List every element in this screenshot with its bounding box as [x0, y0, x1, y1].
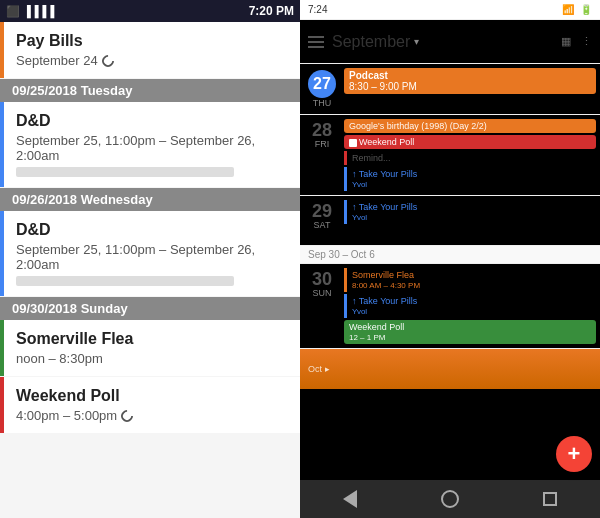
- event-somerville[interactable]: Somerville Flea noon – 8:30pm: [0, 320, 300, 376]
- day-label-28: 28 Fri: [300, 115, 344, 195]
- sync-icon: [99, 52, 116, 69]
- sync-icon-2: [119, 407, 136, 424]
- day-name-thu: Thu: [313, 98, 332, 108]
- calendar-view-icon[interactable]: ▦: [561, 35, 571, 48]
- event-weekend-poll-30[interactable]: Weekend Poll12 – 1 PM: [344, 320, 596, 344]
- day-row-29: 29 Sat ↑ Take Your PillsYvol: [300, 196, 600, 246]
- recent-icon: [543, 492, 557, 506]
- day-events-30: Somerville Flea8:00 AM – 4:30 PM ↑ Take …: [344, 264, 600, 348]
- date-header-tuesday: 09/25/2018 Tuesday: [0, 79, 300, 102]
- event-title-somerville: Somerville Flea: [16, 330, 288, 348]
- event-take-pills-28[interactable]: ↑ Take Your PillsYvol: [344, 167, 596, 191]
- event-take-pills-30[interactable]: ↑ Take Your PillsYvol: [344, 294, 596, 318]
- event-time-pay-bills: September 24: [16, 53, 288, 68]
- day-name-fri: Fri: [315, 139, 330, 149]
- day-num-30: 30: [312, 270, 332, 288]
- day-num-27: 27: [308, 70, 336, 98]
- event-weekend-poll-cal[interactable]: Weekend Poll: [344, 135, 596, 149]
- left-panel: ⬛ ▐▐▐▐ 7:20 PM Pay Bills September 24 09…: [0, 0, 300, 518]
- event-time-dd2: September 25, 11:00pm – September 26, 2:…: [16, 242, 288, 272]
- right-status-icons: 📶 🔋: [562, 4, 592, 15]
- nav-recent-button[interactable]: [540, 489, 560, 509]
- bottom-navigation: [300, 480, 600, 518]
- bottom-preview-strip: Oct ▸: [300, 349, 600, 389]
- month-title[interactable]: September ▾: [332, 33, 553, 51]
- usb-icon: ⬛: [6, 5, 20, 18]
- nav-home-button[interactable]: [440, 489, 460, 509]
- day-num-28: 28: [312, 121, 332, 139]
- day-label-27: 27 Thu: [300, 64, 344, 114]
- event-time-dd1: September 25, 11:00pm – September 26, 2:…: [16, 133, 288, 163]
- left-calendar-list[interactable]: Pay Bills September 24 09/25/2018 Tuesda…: [0, 22, 300, 518]
- event-title-pay-bills: Pay Bills: [16, 32, 288, 50]
- day-row-28: 28 Fri Google's birthday (1998) (Day 2/2…: [300, 115, 600, 196]
- event-googles-birthday[interactable]: Google's birthday (1998) (Day 2/2): [344, 119, 596, 133]
- event-dd-1[interactable]: D&D September 25, 11:00pm – September 26…: [0, 102, 300, 187]
- event-somerville-flea-cal[interactable]: Somerville Flea8:00 AM – 4:30 PM: [344, 268, 596, 292]
- right-calendar-header: September ▾ ▦ ⋮: [300, 20, 600, 64]
- event-dd-2[interactable]: D&D September 25, 11:00pm – September 26…: [0, 211, 300, 296]
- day-num-29: 29: [312, 202, 332, 220]
- battery-icon: 🔋: [580, 4, 592, 15]
- event-meta-dd2: [16, 276, 234, 286]
- day-events-27: Podcast8:30 – 9:00 PM: [344, 64, 600, 114]
- preview-text: Oct ▸: [308, 364, 330, 374]
- header-action-icons: ▦ ⋮: [561, 35, 592, 48]
- day-name-sun: Sun: [312, 288, 331, 298]
- right-status-bar: 7:24 📶 🔋: [300, 0, 600, 20]
- day-label-30: 30 Sun: [300, 264, 344, 348]
- fab-add-event[interactable]: +: [556, 436, 592, 472]
- event-title-dd2: D&D: [16, 221, 288, 239]
- day-events-29: ↑ Take Your PillsYvol: [344, 196, 600, 245]
- event-take-pills-29[interactable]: ↑ Take Your PillsYvol: [344, 200, 596, 224]
- nav-back-button[interactable]: [340, 489, 360, 509]
- event-pay-bills[interactable]: Pay Bills September 24: [0, 22, 300, 78]
- day-row-27: 27 Thu Podcast8:30 – 9:00 PM: [300, 64, 600, 115]
- event-podcast[interactable]: Podcast8:30 – 9:00 PM: [344, 68, 596, 94]
- calendar-grid[interactable]: 27 Thu Podcast8:30 – 9:00 PM 28 Fri Goog…: [300, 64, 600, 480]
- event-remind[interactable]: Remind...: [344, 151, 596, 165]
- event-weekend-poll[interactable]: Weekend Poll 4:00pm – 5:00pm: [0, 377, 300, 433]
- right-panel: 7:24 📶 🔋 September ▾ ▦ ⋮ 27 Thu: [300, 0, 600, 518]
- wifi-icon: 📶: [562, 4, 574, 15]
- day-events-28: Google's birthday (1998) (Day 2/2) Weeke…: [344, 115, 600, 195]
- day-row-30: 30 Sun Somerville Flea8:00 AM – 4:30 PM …: [300, 264, 600, 349]
- event-time-weekend-poll: 4:00pm – 5:00pm: [16, 408, 288, 423]
- event-title-weekend-poll: Weekend Poll: [16, 387, 288, 405]
- home-icon: [441, 490, 459, 508]
- left-time: 7:20 PM: [249, 4, 294, 18]
- event-time-somerville: noon – 8:30pm: [16, 351, 288, 366]
- more-options-icon[interactable]: ⋮: [581, 35, 592, 48]
- back-icon: [343, 490, 357, 508]
- week-label-sep30: Sep 30 – Oct 6: [300, 246, 600, 264]
- signal-icons: ▐▐▐▐: [23, 5, 54, 17]
- date-header-sunday: 09/30/2018 Sunday: [0, 297, 300, 320]
- left-status-icons: ⬛ ▐▐▐▐: [6, 5, 54, 18]
- left-status-bar: ⬛ ▐▐▐▐ 7:20 PM: [0, 0, 300, 22]
- event-meta-dd1: [16, 167, 234, 177]
- event-title-dd1: D&D: [16, 112, 288, 130]
- chevron-down-icon: ▾: [414, 36, 419, 47]
- day-label-29: 29 Sat: [300, 196, 344, 245]
- right-time: 7:24: [308, 4, 327, 15]
- hamburger-menu[interactable]: [308, 36, 324, 48]
- date-header-wednesday: 09/26/2018 Wednesday: [0, 188, 300, 211]
- day-name-sat: Sat: [314, 220, 331, 230]
